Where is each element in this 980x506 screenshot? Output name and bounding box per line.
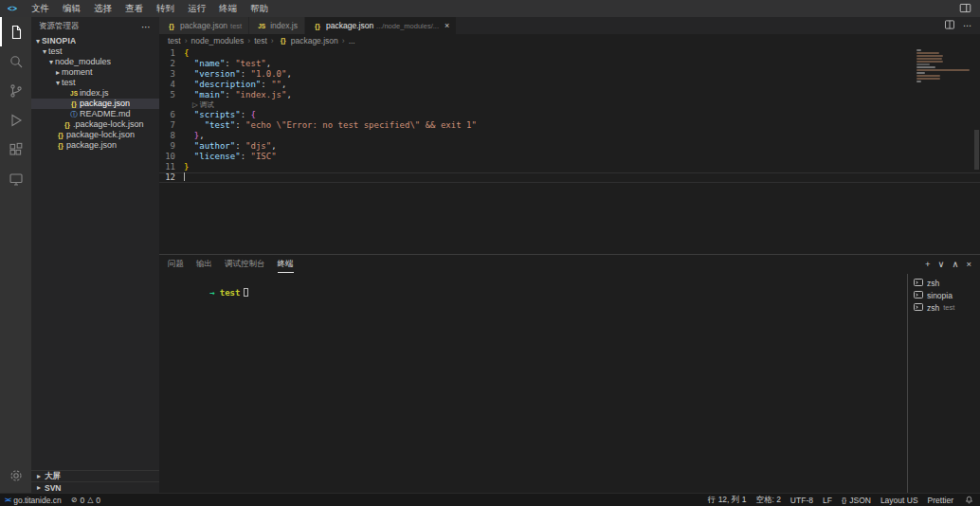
activity-run-debug-icon[interactable] [0, 105, 31, 135]
menu-item[interactable]: 终端 [212, 0, 244, 17]
menu-item[interactable]: 转到 [150, 0, 181, 17]
editor-more-actions-icon[interactable]: ⋯ [963, 21, 971, 30]
line-text: "scripts": { [184, 110, 256, 120]
status-item[interactable]: LF [818, 494, 837, 506]
breadcrumb-item[interactable]: node_modules [191, 36, 245, 45]
tree-item[interactable]: ▾test [31, 46, 159, 57]
sidebar-section[interactable]: ▸大屏 [31, 470, 159, 481]
menu-item[interactable]: 帮助 [244, 0, 275, 17]
remote-icon: >< [5, 497, 10, 503]
code-line[interactable]: 10 "license": "ISC" [159, 152, 980, 162]
panel-tab[interactable]: 输出 [196, 255, 212, 273]
code-line[interactable]: 7 "test": "echo \"Error: no test specifi… [159, 120, 980, 131]
status-item[interactable]: Prettier [923, 494, 958, 506]
activity-search-icon[interactable] [0, 46, 31, 76]
codelens-debug-action[interactable]: ▷ 调试 [159, 100, 980, 110]
activity-remote-explorer-icon[interactable] [0, 164, 31, 193]
line-number: 2 [159, 59, 184, 69]
new-terminal-button[interactable]: + [925, 259, 931, 269]
code-line[interactable]: 3 "version": "1.0.0", [159, 69, 980, 80]
tree-item[interactable]: ▾test [31, 78, 159, 88]
code-line[interactable]: 12 [159, 172, 980, 183]
remote-indicator[interactable]: >< go.titanide.cn [0, 494, 66, 506]
tree-item[interactable]: {}package.json [31, 99, 159, 109]
line-number: 12 [159, 172, 184, 183]
terminal-tab-label: zsh [927, 279, 939, 288]
breadcrumb-item[interactable]: test [168, 36, 181, 45]
panel-tab[interactable]: 问题 [168, 255, 184, 273]
terminal-cursor [244, 288, 248, 297]
status-item[interactable]: {}JSON [837, 494, 876, 506]
customize-layout-icon[interactable] [959, 2, 971, 16]
code-line[interactable]: 11} [159, 162, 980, 172]
text-cursor [184, 172, 185, 181]
tree-item[interactable]: ⓘREADME.md [31, 109, 159, 119]
editor-tab[interactable]: JSindex.js [249, 17, 305, 34]
close-panel-icon[interactable]: × [966, 259, 971, 269]
chevron-down-icon: ▾ [54, 78, 62, 88]
terminal-dropdown-icon[interactable]: ∨ [938, 259, 945, 269]
status-item[interactable]: Layout US [876, 494, 923, 506]
menu-item[interactable]: 编辑 [56, 0, 87, 17]
activity-explorer-icon[interactable] [0, 17, 31, 46]
json-icon: {} [278, 36, 289, 45]
activity-source-control-icon[interactable] [0, 76, 31, 105]
activity-extensions-icon[interactable] [0, 135, 31, 164]
breadcrumb-item[interactable]: ... [349, 36, 355, 45]
tree-item[interactable]: ▾node_modules [31, 57, 159, 67]
sidebar-bottom-sections: ▸大屏▸SVN [31, 470, 159, 493]
code-line[interactable]: 9 "author": "djs", [159, 141, 980, 152]
close-icon[interactable]: × [445, 21, 449, 30]
panel-tab[interactable]: 调试控制台 [225, 255, 265, 273]
panel-tab[interactable]: 终端 [278, 255, 294, 273]
terminal-tab-label: sinopia [927, 291, 953, 300]
tree-item[interactable]: {}.package-lock.json [31, 119, 159, 130]
remote-host-label: go.titanide.cn [13, 496, 62, 505]
line-text: "test": "echo \"Error: no test specified… [184, 120, 477, 131]
status-item[interactable]: UTF-8 [786, 494, 818, 506]
status-bar: >< go.titanide.cn ⊘ 0 △ 0 行 12, 列 1空格: 2… [0, 493, 980, 506]
status-item[interactable]: 空格: 2 [751, 494, 785, 506]
code-line[interactable]: 5 "main": "index.js", [159, 90, 980, 100]
status-item[interactable]: 行 12, 列 1 [703, 494, 752, 506]
maximize-panel-icon[interactable]: ∧ [952, 259, 958, 269]
sidebar-more-actions-icon[interactable]: ⋯ [141, 22, 152, 32]
tree-item[interactable]: JSindex.js [31, 88, 159, 99]
code-line[interactable]: 6 "scripts": { [159, 110, 980, 120]
notifications-bell-icon[interactable] [958, 495, 980, 505]
settings-gear-icon[interactable] [0, 461, 31, 490]
split-editor-icon[interactable] [944, 19, 955, 32]
code-line[interactable]: 1{ [159, 48, 980, 59]
breadcrumb-item[interactable]: test [254, 36, 267, 45]
editor-scrollbar[interactable] [974, 130, 979, 170]
breadcrumb-item[interactable]: {}package.json [278, 36, 338, 45]
panel-header: 问题输出调试控制台终端 + ∨ ∧ × [159, 255, 980, 273]
activity-bar [0, 17, 31, 493]
code-editor[interactable]: 1{2 "name": "test",3 "version": "1.0.0",… [159, 46, 980, 254]
json-icon: {} [68, 99, 80, 109]
sidebar-section[interactable]: ▸SVN [31, 481, 159, 493]
menu-item[interactable]: 运行 [181, 0, 212, 17]
tree-item[interactable]: ▾SINOPIA [31, 36, 159, 46]
tree-item[interactable]: {}package-lock.json [31, 130, 159, 140]
code-line[interactable]: 2 "name": "test", [159, 59, 980, 69]
code-line[interactable]: 4 "description": "", [159, 80, 980, 90]
terminal-tab-row[interactable]: sinopia [908, 289, 980, 301]
editor-tab[interactable]: {}package.jsontest [159, 17, 249, 34]
terminal-output[interactable]: →test [159, 274, 906, 493]
minimap[interactable] [916, 49, 973, 83]
editor-tab[interactable]: {}package.json.../node_modules/...× [305, 17, 457, 34]
problems-status[interactable]: ⊘ 0 △ 0 [66, 494, 105, 506]
chevron-right-icon: ▸ [54, 67, 62, 78]
menu-item[interactable]: 选择 [87, 0, 118, 17]
menu-item[interactable]: 文件 [25, 0, 56, 17]
line-number: 10 [159, 152, 184, 162]
json-icon: {} [55, 130, 66, 140]
tree-item[interactable]: ▸moment [31, 67, 159, 78]
terminal-tab-row[interactable]: zsh [908, 277, 980, 289]
section-label: 大屏 [45, 471, 61, 482]
tree-item[interactable]: {}package.json [31, 140, 159, 151]
terminal-tab-row[interactable]: zshtest [908, 301, 980, 314]
code-line[interactable]: 8 }, [159, 131, 980, 141]
menu-item[interactable]: 查看 [118, 0, 150, 17]
